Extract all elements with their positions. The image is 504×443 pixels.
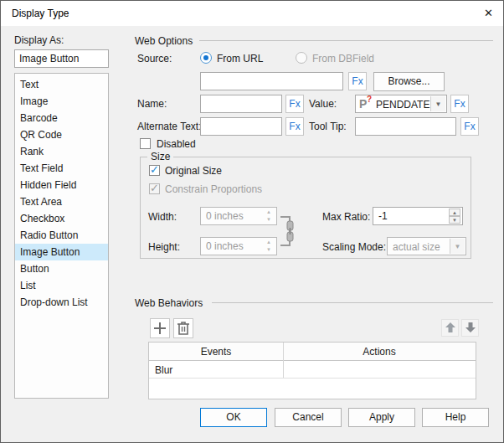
web-behaviors-rule — [212, 302, 493, 303]
move-up-button — [441, 319, 459, 337]
url-input[interactable] — [200, 72, 343, 90]
check-icon: ✓ — [150, 182, 159, 194]
list-item-image[interactable]: Image — [15, 93, 108, 110]
move-down-button — [461, 319, 479, 337]
list-item-button[interactable]: Button — [15, 260, 108, 277]
browse-button[interactable]: Browse... — [373, 72, 445, 91]
value-dropdown[interactable]: P? PENDDATE ▼ — [355, 95, 447, 113]
tool-tip-input[interactable] — [355, 117, 456, 136]
constrain-proportions-label: Constrain Proportions — [165, 183, 262, 195]
tool-tip-fx-button[interactable]: Fx — [460, 117, 479, 136]
list-item-rank[interactable]: Rank — [15, 143, 108, 160]
name-input[interactable] — [200, 95, 282, 113]
actions-column-header[interactable]: Actions — [283, 343, 476, 361]
constrain-proportions-checkbox: ✓ — [149, 183, 160, 194]
apply-button[interactable]: Apply — [348, 408, 415, 427]
disabled-checkbox[interactable] — [140, 138, 151, 149]
original-size-checkbox[interactable]: ✓ — [149, 165, 160, 176]
event-cell[interactable]: Blur — [155, 362, 172, 379]
value-label: Value: — [309, 98, 337, 110]
list-item-image-button-selected[interactable]: Image Button — [15, 244, 108, 260]
list-item-text-field[interactable]: Text Field — [15, 160, 108, 177]
spinner-arrows-icon[interactable]: ▲▼ — [449, 209, 460, 224]
list-item-list[interactable]: List — [15, 277, 108, 294]
trash-icon — [174, 319, 193, 337]
table-header-row: Events Actions — [149, 343, 476, 361]
height-label: Height: — [148, 241, 180, 253]
arrow-down-icon — [464, 321, 477, 334]
original-size-label: Original Size — [165, 165, 222, 177]
height-value: 0 inches — [206, 240, 244, 252]
events-column-header[interactable]: Events — [149, 343, 283, 361]
delete-behavior-button[interactable] — [173, 318, 193, 338]
alternate-text-label: Alternate Text: — [137, 121, 202, 132]
arrow-up-icon — [444, 321, 457, 334]
list-item-checkbox[interactable]: Checkbox — [15, 210, 108, 227]
display-as-label: Display As: — [14, 34, 64, 46]
list-item-drop-down-list[interactable]: Drop-down List — [15, 294, 108, 311]
display-as-field[interactable]: Image Button — [14, 49, 109, 68]
chain-link-icon — [285, 220, 296, 243]
ok-button[interactable]: OK — [200, 408, 267, 427]
web-options-section-label: Web Options — [135, 35, 193, 47]
help-button[interactable]: Help — [422, 408, 489, 427]
list-item-radio-button[interactable]: Radio Button — [15, 227, 108, 244]
value-selected: PENDDATE — [376, 99, 429, 111]
from-dbfield-label: From DBField — [312, 53, 374, 64]
source-label: Source: — [137, 53, 172, 64]
display-as-listbox[interactable]: Text Image Barcode QR Code Rank Text Fie… — [14, 73, 109, 399]
web-options-rule — [199, 40, 493, 41]
chevron-down-icon: ▼ — [450, 239, 465, 254]
cancel-button[interactable]: Cancel — [275, 408, 342, 427]
web-behaviors-table[interactable]: Events Actions Blur — [148, 342, 476, 399]
from-url-radio[interactable] — [200, 52, 212, 64]
size-section-label: Size — [147, 151, 173, 162]
height-spinner: 0 inches ▲▼ — [200, 237, 277, 255]
spinner-arrows-icon: ▲▼ — [263, 239, 275, 254]
max-ratio-spinner[interactable]: -1 ▲▼ — [373, 207, 463, 225]
list-item-barcode[interactable]: Barcode — [15, 110, 108, 126]
alternate-text-input[interactable] — [200, 117, 282, 136]
spinner-arrows-icon: ▲▼ — [263, 209, 275, 224]
value-fx-button[interactable]: Fx — [450, 95, 469, 113]
width-label: Width: — [148, 211, 177, 223]
check-icon: ✓ — [150, 163, 159, 176]
scaling-mode-value: actual size — [393, 241, 440, 253]
radio-dot — [203, 55, 208, 60]
display-type-dialog: Display Type ✕ Display As: Image Button … — [0, 0, 504, 443]
add-behavior-button[interactable] — [150, 318, 170, 338]
list-item-text-area[interactable]: Text Area — [15, 193, 108, 210]
from-dbfield-radio — [296, 52, 307, 64]
width-spinner: 0 inches ▲▼ — [200, 207, 277, 225]
chevron-down-icon[interactable]: ▼ — [430, 96, 445, 111]
scaling-mode-dropdown: actual size ▼ — [387, 237, 466, 255]
max-ratio-value: -1 — [378, 210, 388, 222]
from-url-label: From URL — [217, 53, 263, 64]
close-icon[interactable]: ✕ — [474, 1, 503, 26]
web-behaviors-section-label: Web Behaviors — [135, 297, 203, 309]
alternate-text-fx-button[interactable]: Fx — [285, 117, 304, 136]
table-row-blur[interactable]: Blur — [149, 361, 476, 379]
name-label: Name: — [137, 98, 167, 110]
list-item-text[interactable]: Text — [15, 76, 108, 93]
list-item-hidden-field[interactable]: Hidden Field — [15, 177, 108, 193]
width-value: 0 inches — [206, 210, 244, 222]
url-fx-button[interactable]: Fx — [348, 72, 367, 90]
list-item-qr-code[interactable]: QR Code — [15, 126, 108, 143]
plus-icon — [151, 319, 169, 337]
name-fx-button[interactable]: Fx — [285, 95, 304, 113]
title-bar — [1, 1, 503, 26]
dialog-title: Display Type — [12, 8, 69, 19]
disabled-label: Disabled — [157, 138, 196, 150]
parameter-icon: P? — [359, 97, 373, 111]
scaling-mode-label: Scaling Mode: — [322, 241, 386, 253]
max-ratio-label: Max Ratio: — [322, 211, 370, 223]
tool-tip-label: Tool Tip: — [309, 121, 347, 132]
